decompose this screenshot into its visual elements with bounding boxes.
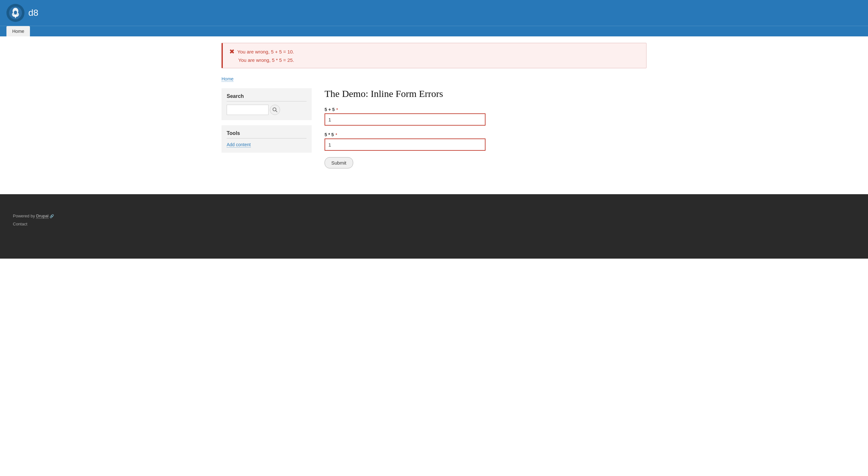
site-name: d8 (28, 8, 38, 18)
external-link-icon: 🔗 (50, 214, 54, 218)
field-addition-label: 5 + 5 * (324, 107, 647, 112)
svg-point-3 (14, 11, 17, 14)
form-field-addition: 5 + 5 * (324, 107, 647, 126)
site-footer: Powered by Drupal 🔗 Contact (0, 194, 868, 259)
contact-link[interactable]: Contact (13, 221, 855, 227)
search-block-title: Search (227, 93, 307, 101)
error-message-box: ✖ You are wrong, 5 + 5 = 10. You are wro… (221, 43, 647, 68)
field-addition-input[interactable] (324, 113, 486, 126)
search-form-row (227, 105, 307, 115)
drupal-logo (6, 4, 25, 22)
form-field-multiplication: 5 * 5 * (324, 132, 647, 151)
submit-button[interactable]: Submit (324, 157, 353, 169)
search-input[interactable] (227, 105, 269, 115)
error-icon: ✖ (229, 48, 235, 55)
error-message-2: You are wrong, 5 * 5 = 25. (229, 57, 640, 63)
field-multiplication-label: 5 * 5 * (324, 132, 647, 137)
tools-block: Tools Add content (221, 125, 312, 153)
add-content-link[interactable]: Add content (227, 142, 251, 148)
sidebar: Search Tools Add content (221, 88, 312, 169)
breadcrumb-home-link[interactable]: Home (221, 76, 234, 82)
site-header: d8 (0, 0, 868, 26)
tools-block-title: Tools (227, 130, 307, 139)
search-icon (272, 107, 278, 112)
page-wrapper: ✖ You are wrong, 5 + 5 = 10. You are wro… (209, 36, 659, 175)
drupal-link[interactable]: Drupal (36, 213, 48, 219)
main-nav: Home (0, 26, 868, 36)
required-star-2: * (335, 133, 337, 137)
footer-bottom: Powered by Drupal 🔗 Contact (13, 207, 855, 227)
search-block: Search (221, 88, 312, 120)
main-content: The Demo: Inline Form Errors 5 + 5 * 5 *… (324, 88, 647, 169)
content-layout: Search Tools Add content (221, 88, 647, 169)
powered-by: Powered by Drupal 🔗 (13, 213, 855, 218)
nav-home-link[interactable]: Home (6, 26, 30, 36)
error-message-1: You are wrong, 5 + 5 = 10. (237, 49, 294, 54)
search-button[interactable] (270, 105, 280, 115)
breadcrumb: Home (221, 76, 647, 82)
error-title-row: ✖ You are wrong, 5 + 5 = 10. (229, 48, 640, 55)
page-title: The Demo: Inline Form Errors (324, 88, 647, 99)
required-star-1: * (336, 108, 338, 112)
svg-line-7 (276, 111, 277, 112)
field-multiplication-input[interactable] (324, 139, 486, 151)
logo-area: d8 (6, 4, 38, 22)
